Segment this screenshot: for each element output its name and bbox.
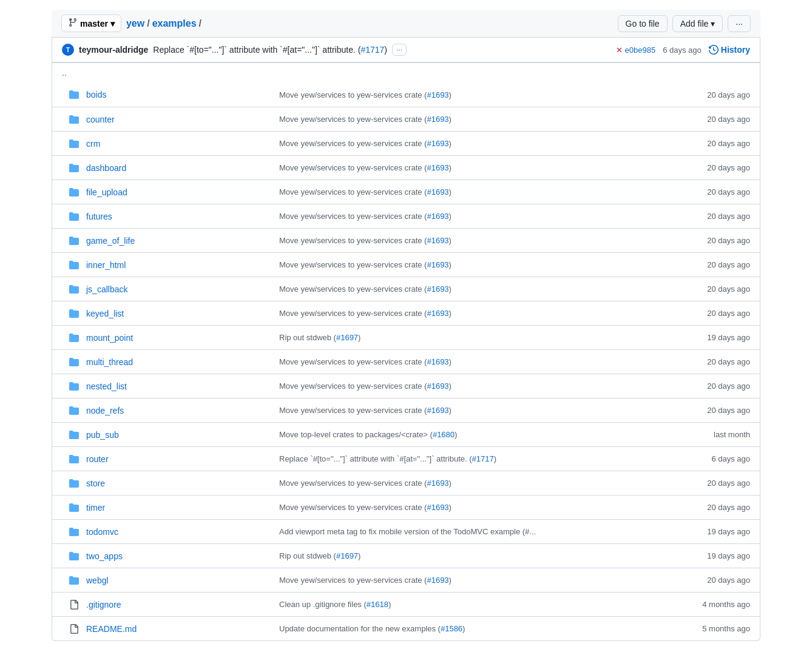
commit-pr-ref[interactable]: #1693 [427,212,448,221]
file-name-link[interactable]: keyed_list [86,309,124,318]
commit-description: Move yew/services to yew-services crate … [279,309,665,318]
top-bar-left: master ▾ yew / examples / [61,15,201,32]
folder-icon [62,333,86,343]
commit-description: Move yew/services to yew-services crate … [279,381,665,391]
table-row: js_callbackMove yew/services to yew-serv… [52,277,760,301]
commit-description: Move top-level crates to packages/<crate… [279,430,665,439]
commit-pr-ref[interactable]: #1680 [433,430,455,439]
file-name-link[interactable]: game_of_life [86,236,135,246]
file-name-link[interactable]: js_callback [86,284,127,294]
breadcrumb-sep1: / [147,18,149,29]
top-bar: master ▾ yew / examples / Go to file Add… [52,10,760,38]
commit-more-button[interactable]: ··· [392,44,407,56]
file-name-link[interactable]: webgl [86,576,109,585]
file-name-link[interactable]: todomvc [86,527,118,537]
commit-pr-ref[interactable]: #1693 [427,284,448,294]
table-row: crmMove yew/services to yew-services cra… [52,131,760,155]
chevron-down-icon: ▾ [110,19,115,29]
table-row: webglMove yew/services to yew-services c… [52,568,760,592]
commit-pr-ref[interactable]: #1693 [427,503,448,512]
commit-pr-ref[interactable]: #1693 [427,406,448,415]
parent-nav-link[interactable]: .. [62,68,67,78]
file-name-link[interactable]: crm [86,139,100,149]
file-name-link[interactable]: store [86,479,105,488]
file-name-link[interactable]: two_apps [86,551,123,561]
commit-pr-ref[interactable]: #1618 [367,600,388,609]
file-name-link[interactable]: mount_point [86,333,133,343]
table-row: mount_pointRip out stdweb (#1697)19 days… [52,325,760,349]
commit-pr-ref[interactable]: #1693 [427,139,448,148]
commit-description: Move yew/services to yew-services crate … [279,115,665,124]
examples-link[interactable]: examples [152,18,197,29]
commit-pr-ref[interactable]: #1693 [427,576,448,585]
commit-pr-ref[interactable]: #1697 [336,333,358,342]
add-file-chevron-icon: ▾ [711,19,715,29]
time-ago: 20 days ago [665,357,750,366]
time-ago: 6 days ago [665,454,750,463]
commit-pr-ref[interactable]: #1693 [427,260,448,269]
commit-pr-ref[interactable]: #1697 [336,551,358,560]
folder-icon [62,479,86,488]
status-fail-icon: ✕ [616,45,623,55]
branch-name: master [80,19,108,29]
table-row: two_appsRip out stdweb (#1697)19 days ag… [52,543,760,568]
commit-description: Move yew/services to yew-services crate … [279,479,665,488]
history-link[interactable]: History [709,45,750,55]
commit-pr-ref[interactable]: #1693 [427,309,448,318]
file-name-link[interactable]: boids [86,90,106,99]
commit-pr-ref[interactable]: #1693 [427,236,448,245]
folder-icon [62,357,86,367]
branch-selector[interactable]: master ▾ [61,15,121,32]
file-rows-container: boidsMove yew/services to yew-services c… [52,82,760,640]
folder-icon [62,139,86,149]
commit-description: Move yew/services to yew-services crate … [279,90,665,99]
file-name-link[interactable]: multi_thread [86,357,133,367]
file-name-link[interactable]: .gitignore [86,600,121,610]
commit-pr-ref[interactable]: #1693 [427,479,448,488]
time-ago: 20 days ago [665,576,750,585]
add-file-label: Add file [680,19,709,29]
folder-icon [62,406,86,415]
commit-pr-ref[interactable]: #1693 [427,90,448,99]
table-row: storeMove yew/services to yew-services c… [52,471,760,495]
table-row: futuresMove yew/services to yew-services… [52,204,760,228]
table-row: timerMove yew/services to yew-services c… [52,495,760,519]
file-name-link[interactable]: counter [86,115,115,124]
file-name-link[interactable]: file_upload [86,187,127,197]
table-row: keyed_listMove yew/services to yew-servi… [52,301,760,325]
file-name-link[interactable]: dashboard [86,163,126,173]
file-name-link[interactable]: pub_sub [86,430,119,440]
file-name-link[interactable]: timer [86,503,105,512]
repo-link[interactable]: yew [126,18,144,29]
commit-pr-ref[interactable]: #1717 [472,454,494,463]
history-icon [709,45,719,55]
add-file-button[interactable]: Add file ▾ [672,15,723,32]
goto-file-label: Go to file [626,19,660,29]
time-ago: 19 days ago [665,551,750,560]
commit-description: Move yew/services to yew-services crate … [279,187,665,196]
commit-pr-ref[interactable]: #1693 [427,357,448,366]
file-name-link[interactable]: nested_list [86,381,127,391]
file-name-link[interactable]: node_refs [86,406,124,415]
commit-hash-link[interactable]: e0be985 [625,45,656,55]
commit-pr-link[interactable]: #1717 [360,45,384,55]
file-name-link[interactable]: README.md [86,624,137,634]
commit-author[interactable]: teymour-aldridge [79,45,148,55]
commit-message: Replace `#[to="..."]` attribute with `#[… [153,45,387,55]
commit-time: 6 days ago [663,45,702,55]
commit-pr-ref[interactable]: #1693 [427,115,448,124]
file-name-link[interactable]: router [86,454,109,464]
file-name-link[interactable]: futures [86,212,112,221]
file-name-link[interactable]: inner_html [86,260,126,270]
commit-pr-ref[interactable]: #1693 [427,187,448,196]
commit-pr-ref[interactable]: #1693 [427,381,448,391]
time-ago: 20 days ago [665,381,750,391]
commit-pr-ref[interactable]: #1693 [427,163,448,172]
commit-pr-ref[interactable]: #1586 [441,624,462,633]
more-options-button[interactable]: ··· [728,15,751,32]
commit-description: Move yew/services to yew-services crate … [279,503,665,512]
table-row: multi_threadMove yew/services to yew-ser… [52,349,760,374]
folder-icon [62,284,86,294]
goto-file-button[interactable]: Go to file [618,15,668,32]
folder-icon [62,236,86,246]
